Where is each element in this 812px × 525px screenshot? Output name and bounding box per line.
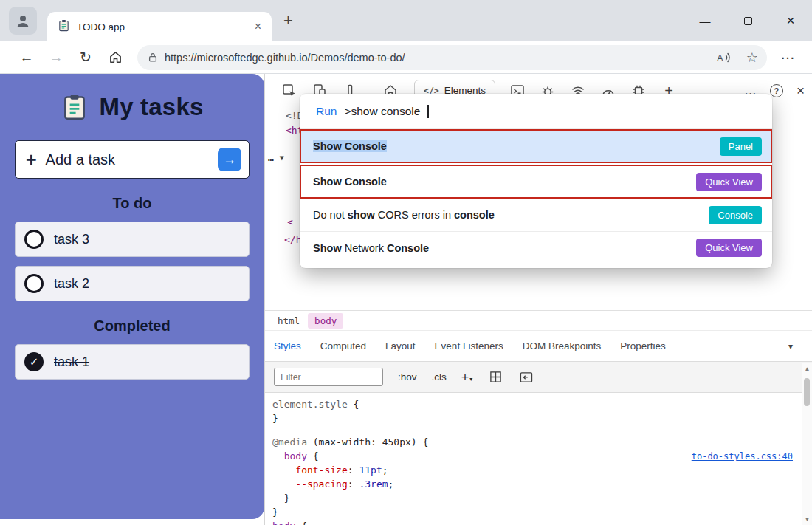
dom-node-close[interactable]: </h: [284, 234, 301, 245]
command-result-text: Show Network Console: [313, 242, 429, 254]
styles-filter-input[interactable]: [274, 368, 383, 386]
navbar: ← → ↻ https://microsoftedge.github.io/De…: [0, 41, 812, 74]
command-result-row[interactable]: Do not show CORS errors in consoleConsol…: [300, 199, 772, 231]
result-badge: Panel: [720, 137, 762, 156]
home-button[interactable]: [100, 45, 130, 70]
plus-icon: +: [26, 151, 37, 169]
clipboard-favicon-icon: [58, 19, 70, 35]
close-window-button[interactable]: ×: [769, 0, 812, 41]
task-checkbox[interactable]: ✓: [24, 352, 44, 371]
breadcrumb-body[interactable]: body: [308, 313, 343, 329]
css-line: --spacing: .3rem;: [272, 477, 797, 491]
result-badge: Quick View: [696, 173, 762, 191]
task-sections: To dotask 3task 2Completed✓task 1: [0, 195, 264, 380]
read-aloud-icon: A: [716, 51, 731, 64]
breadcrumb-html[interactable]: html: [271, 313, 306, 329]
css-line: element.style {: [272, 397, 797, 411]
new-tab-button[interactable]: +: [283, 11, 293, 30]
css-line: @media (max-width: 450px) {: [272, 435, 797, 449]
stylesheet-source-link[interactable]: to-do-styles.css:40: [692, 450, 793, 464]
inspect-element-icon[interactable]: [281, 83, 297, 99]
close-devtools-icon[interactable]: ×: [796, 83, 805, 97]
run-label: Run: [316, 105, 337, 118]
result-badge: Quick View: [696, 239, 762, 257]
window-controls: — ×: [684, 0, 812, 41]
add-task-button[interactable]: + Add a task →: [15, 140, 250, 179]
home-icon: [109, 50, 123, 64]
tab-properties[interactable]: Properties: [620, 340, 666, 351]
command-results-list: Show ConsolePanelShow ConsoleQuick ViewD…: [300, 129, 772, 264]
browser-window: TODO app × + — × ← → ↻ https://microsoft…: [0, 0, 812, 525]
computed-sidebar-icon[interactable]: [518, 369, 534, 385]
command-query-text: >show console: [344, 105, 420, 118]
css-line: }: [272, 411, 797, 425]
dom-more-actions-icon[interactable]: …: [268, 152, 275, 163]
browser-tab[interactable]: TODO app ×: [47, 12, 272, 41]
task-checkbox[interactable]: [24, 274, 44, 293]
text-cursor: [427, 105, 429, 118]
address-bar[interactable]: https://microsoftedge.github.io/Demos/de…: [137, 45, 767, 70]
command-palette: Run >show console Show ConsolePanelShow …: [300, 94, 772, 268]
profile-avatar[interactable]: [9, 7, 37, 35]
task-item[interactable]: ✓task 1: [15, 344, 250, 380]
styles-filter-row: :hov.cls +▾: [265, 362, 812, 393]
tab-dom-breakpoints[interactable]: DOM Breakpoints: [523, 340, 602, 351]
task-label: task 1: [54, 354, 89, 370]
toggle-hov[interactable]: :hov: [398, 371, 417, 382]
css-rules-pane: element.style {}@media (max-width: 450px…: [265, 393, 812, 525]
tab-event-listeners[interactable]: Event Listeners: [435, 340, 503, 351]
css-line: }: [272, 505, 797, 519]
clipboard-icon: [61, 93, 89, 121]
rule-divider: [265, 430, 812, 430]
grid-badge-icon[interactable]: [487, 369, 503, 385]
minimize-button[interactable]: —: [684, 0, 726, 41]
css-line: body {: [272, 519, 797, 525]
css-line: }: [272, 491, 797, 505]
dom-node-open[interactable]: <: [287, 216, 293, 227]
lock-icon: [148, 52, 158, 63]
toggle-cls[interactable]: .cls: [432, 371, 447, 382]
styles-scrollbar[interactable]: ▲ ▼: [802, 363, 812, 525]
command-result-text: Do not show CORS errors in console: [313, 209, 495, 221]
styles-panel-tabs: StylesComputedLayoutEvent ListenersDOM B…: [265, 331, 812, 362]
new-style-rule-button[interactable]: +▾: [461, 372, 473, 382]
command-result-row[interactable]: Show ConsoleQuick View: [300, 165, 772, 199]
section-header: To do: [0, 195, 264, 212]
back-button[interactable]: ←: [12, 45, 41, 70]
task-item[interactable]: task 3: [15, 222, 250, 257]
tab-computed[interactable]: Computed: [320, 340, 366, 351]
url-text[interactable]: https://microsoftedge.github.io/Demos/de…: [165, 52, 705, 64]
task-item[interactable]: task 2: [15, 266, 250, 301]
tab-title: TODO app: [77, 21, 245, 32]
expand-arrow-icon[interactable]: ▼: [280, 154, 284, 162]
settings-more-icon[interactable]: …: [774, 46, 802, 69]
page-title: My tasks: [99, 93, 203, 121]
todo-app-panel: My tasks + Add a task → To dotask 3task …: [0, 74, 264, 519]
command-input-row[interactable]: Run >show console: [300, 94, 772, 129]
add-task-label: Add a task: [46, 151, 209, 168]
read-aloud-button[interactable]: A: [712, 51, 735, 64]
maximize-button[interactable]: [726, 0, 769, 41]
tab-styles[interactable]: Styles: [274, 340, 301, 351]
command-result-row[interactable]: Show ConsolePanel: [300, 129, 772, 163]
task-checkbox[interactable]: [24, 230, 44, 249]
scrollbar-thumb[interactable]: [804, 378, 810, 406]
dom-gutter: … ▼: [268, 152, 284, 163]
caret-down-icon: ▾: [469, 376, 472, 382]
submit-task-button[interactable]: →: [218, 148, 241, 171]
dom-breadcrumb: htmlbody: [265, 310, 812, 331]
devtools-panel: </> Elements +: [264, 74, 812, 525]
tab-close-icon[interactable]: ×: [252, 19, 264, 34]
tab-layout[interactable]: Layout: [385, 340, 416, 351]
command-result-row[interactable]: Show Network ConsoleQuick View: [300, 231, 772, 264]
result-badge: Console: [709, 206, 762, 224]
command-result-text: Show Console: [313, 140, 387, 152]
forward-button[interactable]: →: [41, 45, 71, 70]
person-icon: [15, 13, 31, 29]
maximize-icon: [744, 17, 752, 25]
favorite-star-icon[interactable]: ☆: [742, 49, 763, 66]
refresh-button[interactable]: ↻: [71, 45, 100, 70]
scroll-up-icon[interactable]: ▲: [805, 366, 811, 372]
chevron-down-icon[interactable]: ▾: [788, 341, 793, 351]
scroll-down-icon[interactable]: ▼: [805, 516, 811, 523]
